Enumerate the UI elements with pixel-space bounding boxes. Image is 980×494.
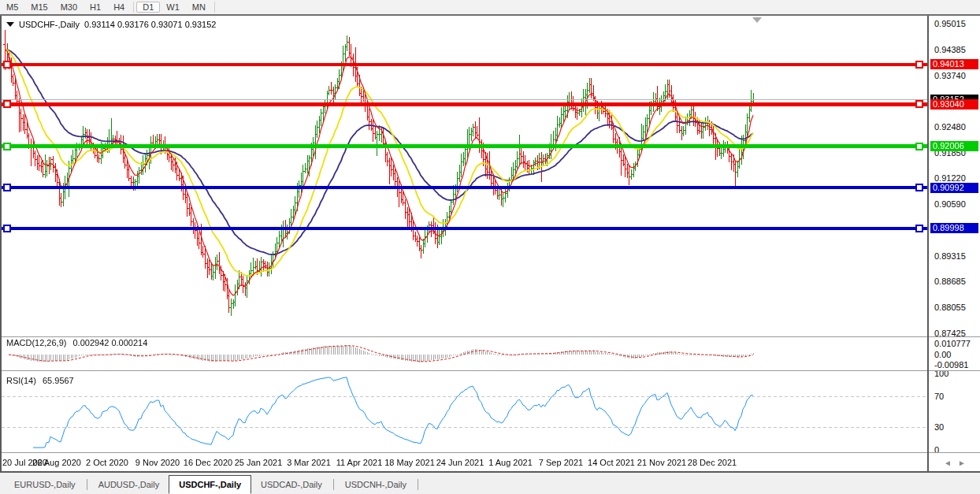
scroll-left-icon[interactable]: ◄: [944, 459, 958, 467]
line-handle-marker[interactable]: [915, 143, 923, 150]
support-resistance-line[interactable]: [2, 102, 927, 106]
timeframe-button-mn[interactable]: MN: [186, 2, 212, 13]
chart-canvas[interactable]: [0, 16, 927, 471]
price-axis-tick: 0.92480: [934, 122, 966, 132]
timeframe-button-h4[interactable]: H4: [107, 2, 131, 13]
triangle-down-icon: [6, 22, 14, 27]
rsi-axis-tick: 30: [934, 422, 944, 432]
macd-name: MACD(12,26,9): [6, 338, 66, 347]
timeframe-toolbar: M5M15M30H1H4D1W1MN: [0, 0, 980, 14]
date-axis-label: 28 Dec 2021: [688, 458, 737, 467]
rsi-value: 65.9567: [43, 376, 74, 385]
chart-title: USDCHF-,Daily 0.93114 0.93176 0.93071 0.…: [6, 20, 216, 29]
timeframe-button-h1[interactable]: H1: [84, 2, 107, 13]
macd-values: 0.002942 0.000214: [72, 338, 147, 347]
date-axis-label: 2 Oct 2020: [86, 458, 128, 467]
macd-indicator-label: MACD(12,26,9) 0.002942 0.000214: [6, 338, 147, 347]
rsi-panel-splitter[interactable]: [0, 370, 980, 371]
timeframe-button-m5[interactable]: M5: [0, 2, 24, 13]
rsi-axis-tick: 0: [934, 445, 939, 455]
date-axis-splitter: [0, 452, 980, 453]
date-axis-label: 1 Aug 2021: [488, 458, 533, 467]
line-handle-marker[interactable]: [915, 225, 923, 232]
timeframe-button-w1[interactable]: W1: [160, 2, 186, 13]
date-axis-label: 26 Aug 2020: [32, 458, 81, 467]
date-axis-label: 16 Dec 2020: [184, 458, 232, 467]
macd-axis-tick: 0.010777: [934, 339, 971, 348]
price-axis-tick: 0.88685: [934, 277, 966, 286]
price-level-label: 0.92006: [930, 141, 978, 151]
rsi-indicator-label: RSI(14) 65.9567: [6, 376, 74, 385]
tab-separator: [418, 479, 418, 490]
date-axis-label: 18 May 2021: [384, 458, 435, 467]
tab-scroll-arrows[interactable]: ◄►: [944, 459, 972, 467]
price-axis-tick: 0.89315: [934, 251, 966, 261]
date-axis-label: 7 Sep 2021: [539, 458, 583, 467]
date-axis-label: 11 Apr 2021: [336, 458, 383, 467]
window-left-border: [0, 16, 2, 471]
chart-ohlc-values: 0.93114 0.93176 0.93071 0.93152: [84, 20, 216, 29]
line-handle-marker[interactable]: [3, 100, 11, 108]
current-price-line: [2, 99, 927, 100]
terminal-window: M5M15M30H1H4D1W1MN USDCHF-,Daily 0.93114…: [0, 0, 980, 494]
price-level-label: 0.90992: [930, 183, 978, 193]
date-axis-label: 25 Jan 2021: [235, 458, 283, 467]
date-axis-label: 24 Jun 2021: [436, 458, 484, 467]
price-level-label: 0.89998: [930, 223, 978, 233]
support-resistance-line[interactable]: [2, 227, 927, 230]
date-axis-label: 9 Nov 2020: [135, 458, 180, 467]
toolbar-separator: [214, 2, 215, 13]
chart-tab-usdchf[interactable]: USDCHF-,Daily: [169, 475, 251, 494]
macd-panel-splitter[interactable]: [0, 336, 980, 337]
price-axis-divider[interactable]: [927, 16, 929, 471]
chart-tab-usdcad[interactable]: USDCAD-,Daily: [251, 477, 332, 492]
line-handle-marker[interactable]: [3, 225, 11, 232]
price-axis-tick: 0.91220: [934, 173, 966, 183]
support-resistance-line[interactable]: [2, 144, 927, 148]
timeframe-button-m15[interactable]: M15: [24, 2, 54, 13]
price-axis-tick: 0.90590: [934, 199, 966, 209]
macd-axis-tick: -0.00981: [934, 360, 968, 370]
rsi-name: RSI(14): [6, 376, 36, 385]
price-level-label: 0.93040: [930, 99, 978, 110]
date-axis-label: 21 Nov 2021: [637, 458, 686, 467]
support-resistance-line[interactable]: [2, 186, 927, 189]
price-axis-tick: 0.94385: [934, 45, 966, 54]
line-handle-marker[interactable]: [3, 184, 11, 191]
timeframe-button-d1[interactable]: D1: [136, 2, 160, 13]
line-handle-marker[interactable]: [915, 184, 923, 191]
line-handle-marker[interactable]: [915, 100, 923, 108]
price-axis-tick: 0.88055: [934, 303, 966, 312]
support-resistance-line[interactable]: [2, 63, 927, 66]
chart-tab-audusd[interactable]: AUDUSD-,Daily: [89, 477, 169, 492]
price-axis-tick: 0.95015: [934, 19, 966, 28]
rsi-axis-tick: 70: [934, 392, 944, 401]
date-axis-label: 14 Oct 2021: [588, 458, 635, 467]
chart-symbol-label: USDCHF-,Daily: [19, 20, 80, 29]
date-axis-label: 3 Mar 2021: [287, 458, 331, 467]
price-level-label: 0.94013: [930, 59, 978, 69]
price-axis-tick: 0.93740: [934, 71, 966, 80]
tab-separator: [87, 479, 87, 490]
chart-tab-usdcnh[interactable]: USDCNH-,Daily: [336, 477, 416, 492]
line-handle-marker[interactable]: [3, 143, 11, 150]
tab-separator: [333, 479, 334, 490]
chart-tab-eurusd[interactable]: EURUSD-,Daily: [5, 477, 85, 492]
line-handle-marker[interactable]: [915, 61, 923, 69]
line-handle-marker[interactable]: [3, 61, 11, 69]
scroll-right-icon[interactable]: ►: [958, 459, 972, 467]
timeframe-button-m30[interactable]: M30: [54, 2, 84, 13]
toolbar-separator: [133, 2, 134, 13]
chart-tab-bar: EURUSD-,DailyAUDUSD-,DailyUSDCHF-,DailyU…: [0, 473, 980, 494]
macd-axis-tick: 0.00: [934, 350, 951, 359]
